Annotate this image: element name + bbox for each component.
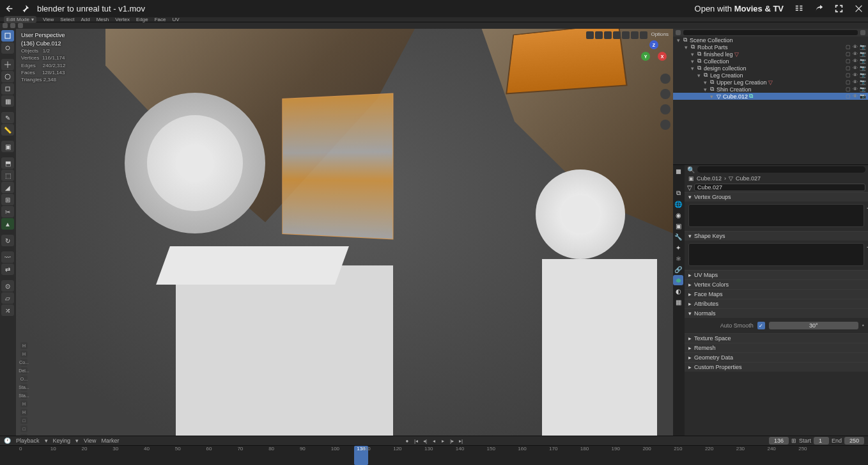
- pin-icon[interactable]: [21, 4, 29, 13]
- tab-output[interactable]: [673, 177, 683, 187]
- mode-dropdown[interactable]: Edit Mode ▾: [4, 16, 36, 23]
- mini-1[interactable]: H: [20, 351, 27, 358]
- outliner-filter-icon[interactable]: [860, 30, 865, 35]
- pan-icon[interactable]: [660, 89, 670, 99]
- tl-menu-keying[interactable]: Keying: [53, 437, 71, 444]
- timeline-editor-icon[interactable]: 🕐: [4, 437, 11, 444]
- jump-start-icon[interactable]: |◂: [412, 437, 420, 445]
- tab-world[interactable]: ◉: [673, 210, 683, 220]
- tool-polybuild[interactable]: ▲: [1, 218, 14, 230]
- tab-particles[interactable]: ✦: [673, 242, 683, 253]
- tool-spin[interactable]: ↻: [1, 235, 14, 246]
- open-with-button[interactable]: Open with Movies & TV: [695, 4, 784, 13]
- close-icon[interactable]: [855, 4, 863, 13]
- tool-smooth[interactable]: 〰: [1, 251, 14, 263]
- camera-view-icon[interactable]: [660, 104, 670, 114]
- shading-matprev-icon[interactable]: [631, 31, 639, 39]
- tab-viewlayer[interactable]: ⧉: [673, 188, 683, 198]
- back-icon[interactable]: [5, 4, 13, 13]
- keyframe-prev-icon[interactable]: ◂|: [421, 437, 429, 445]
- tool-shrink[interactable]: ⊙: [1, 280, 14, 292]
- outliner-row-4[interactable]: ▾⧉Leg Creation▢👁📷: [673, 72, 868, 79]
- tool-rotate[interactable]: [1, 71, 14, 83]
- zoom-icon[interactable]: [660, 74, 670, 84]
- tab-physics[interactable]: ⚛: [673, 253, 683, 264]
- tab-texture[interactable]: ▦: [673, 297, 683, 307]
- xray-icon[interactable]: [604, 31, 612, 39]
- tab-scene[interactable]: 🌐: [673, 199, 683, 209]
- section-normals[interactable]: ▾ Normals: [685, 309, 868, 318]
- shading-solid-icon[interactable]: [622, 31, 630, 39]
- tab-render[interactable]: [673, 166, 683, 177]
- mini-8[interactable]: H: [20, 409, 27, 416]
- outliner-row-3[interactable]: ▾⧉design collection▢👁📷: [673, 65, 868, 72]
- tab-modifier[interactable]: 🔧: [673, 232, 683, 242]
- menu-add[interactable]: Add: [81, 17, 89, 22]
- axis-y-icon[interactable]: Y: [641, 52, 650, 61]
- outliner-row-7[interactable]: ▾▽Cube.012 ⧉▢👁📷: [673, 93, 868, 100]
- auto-smooth-angle[interactable]: 30°: [769, 322, 858, 329]
- section-custom-props[interactable]: ▸ Custom Properties: [685, 363, 868, 372]
- tl-menu-view[interactable]: View: [84, 437, 96, 444]
- menu-edge[interactable]: Edge: [136, 17, 148, 22]
- timeline-ruler[interactable]: 136 010203040506070809010011012013014015…: [0, 445, 868, 465]
- mini-9[interactable]: □: [20, 417, 27, 424]
- mini-2[interactable]: Co...: [20, 359, 27, 366]
- keyframe-dot-icon[interactable]: •: [862, 322, 864, 329]
- outliner-row-1[interactable]: ▾⧉finished leg ▽▢👁📷: [673, 51, 868, 58]
- outliner-row-0[interactable]: ▾⧉Robot Parts▢👁📷: [673, 43, 868, 51]
- tl-menu-playback[interactable]: Playback: [16, 437, 40, 444]
- nav-gizmo[interactable]: X Y Z: [641, 40, 665, 65]
- snap-icon[interactable]: [18, 23, 23, 28]
- gizmo-icon[interactable]: [586, 31, 594, 39]
- tl-menu-marker[interactable]: Marker: [101, 437, 119, 444]
- tool-measure[interactable]: 📏: [1, 124, 14, 136]
- tool-move[interactable]: [1, 59, 14, 70]
- add-shape-key[interactable]: +: [865, 244, 868, 251]
- tab-object[interactable]: ▣: [673, 221, 683, 231]
- outliner-row-5[interactable]: ▾⧉Upper Leg Creation ▽▢👁📷: [673, 79, 868, 86]
- tool-scale[interactable]: [1, 83, 14, 95]
- tool-transform[interactable]: ▦: [1, 95, 14, 107]
- section-uv-maps[interactable]: ▸ UV Maps: [685, 271, 868, 280]
- orientation-icon[interactable]: [3, 23, 8, 28]
- shading-wire-icon[interactable]: [613, 31, 621, 39]
- tab-constraint[interactable]: 🔗: [673, 264, 683, 274]
- mini-5[interactable]: Sta...: [20, 384, 27, 391]
- tool-add-cube[interactable]: ▣: [1, 141, 14, 152]
- mini-11[interactable]: □: [20, 434, 27, 436]
- axis-z-icon[interactable]: Z: [649, 40, 658, 49]
- section-attributes[interactable]: ▸ Attributes: [685, 299, 868, 308]
- outliner-display-icon[interactable]: [676, 30, 681, 35]
- preview-range-icon[interactable]: ⊞: [791, 437, 796, 444]
- section-shape-keys[interactable]: ▾ Shape Keys: [685, 232, 868, 240]
- tool-shear[interactable]: ▱: [1, 292, 14, 304]
- mini-0[interactable]: H: [20, 342, 27, 349]
- menu-mesh[interactable]: Mesh: [97, 17, 109, 22]
- perspective-toggle-icon[interactable]: [660, 120, 670, 130]
- autokey-icon[interactable]: ●: [403, 437, 411, 445]
- mini-3[interactable]: Del...: [20, 367, 27, 374]
- section-geometry-data[interactable]: ▸ Geometry Data: [685, 353, 868, 362]
- auto-smooth-checkbox[interactable]: ✓: [757, 322, 765, 329]
- start-frame[interactable]: 1: [814, 437, 829, 445]
- tool-annotate[interactable]: ✎: [1, 112, 14, 123]
- overlay-icon[interactable]: [595, 31, 603, 39]
- add-vertex-group[interactable]: +: [865, 205, 868, 212]
- outliner-row-2[interactable]: ▾⧉Collection▢👁📷: [673, 58, 868, 65]
- tool-inset[interactable]: ⬚: [1, 169, 14, 181]
- play-reverse-icon[interactable]: ◂: [430, 437, 438, 445]
- section-vertex-colors[interactable]: ▸ Vertex Colors: [685, 280, 868, 289]
- playlist-icon[interactable]: [795, 4, 803, 13]
- mesh-name-input[interactable]: [694, 184, 865, 191]
- tool-bevel[interactable]: ◢: [1, 182, 14, 193]
- outliner-search[interactable]: [683, 30, 858, 35]
- tool-cursor[interactable]: [1, 42, 14, 54]
- tool-loopcut[interactable]: ⊞: [1, 194, 14, 205]
- mini-4[interactable]: O...: [20, 375, 27, 382]
- options-dropdown[interactable]: Options: [649, 31, 670, 39]
- tool-select-box[interactable]: [1, 30, 14, 42]
- keyframe-next-icon[interactable]: |▸: [448, 437, 456, 445]
- axis-x-icon[interactable]: X: [658, 52, 667, 61]
- menu-uv[interactable]: UV: [172, 17, 179, 22]
